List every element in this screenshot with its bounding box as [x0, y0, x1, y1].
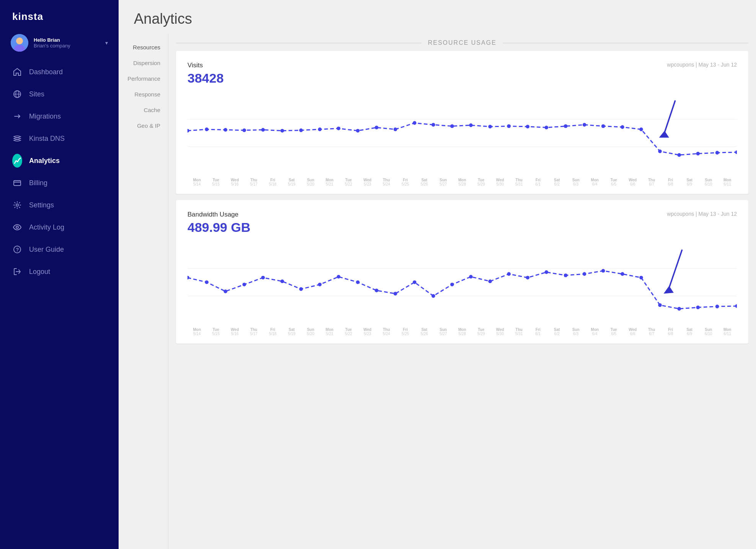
visits-chart-title: Visits	[187, 62, 203, 69]
svg-point-59	[394, 292, 398, 296]
bandwidth-chart-title: Bandwidth Usage	[187, 211, 238, 218]
svg-point-24	[375, 126, 378, 130]
sidebar-item-billing[interactable]: Billing	[0, 172, 119, 194]
svg-point-74	[677, 307, 681, 311]
resource-usage-title: RESOURCE USAGE	[428, 39, 496, 46]
svg-point-68	[564, 274, 568, 277]
sites-label: Sites	[29, 90, 44, 98]
svg-point-14	[187, 129, 189, 133]
x-label: Wed5/16	[225, 178, 244, 186]
svg-point-29	[469, 124, 473, 127]
sidebar-item-dashboard[interactable]: Dashboard	[0, 61, 119, 83]
activity-log-label: Activity Log	[29, 223, 64, 231]
globe-icon	[12, 89, 22, 99]
main-content: Analytics Resources Dispersion Performan…	[119, 0, 756, 549]
sidebar-item-sites[interactable]: Sites	[0, 83, 119, 105]
svg-point-15	[205, 127, 209, 131]
svg-point-51	[243, 283, 246, 287]
svg-point-33	[544, 126, 548, 130]
svg-point-25	[394, 127, 398, 131]
sidebar-item-analytics[interactable]: Analytics	[0, 150, 119, 172]
user-info: Hello Brian Brian's company	[34, 37, 100, 49]
visits-x-labels: Mon5/14Tue5/15Wed5/16Thu5/17Fri5/18Sat5/…	[187, 176, 737, 186]
svg-point-70	[601, 269, 605, 273]
sidebar-item-kinsta-dns[interactable]: Kinsta DNS	[0, 127, 119, 150]
svg-point-57	[356, 280, 360, 284]
sidebar-item-migrations[interactable]: Migrations	[0, 105, 119, 127]
x-label: Mon5/14	[187, 327, 207, 336]
svg-point-18	[261, 128, 265, 132]
svg-point-41	[696, 152, 700, 156]
svg-point-28	[450, 124, 454, 128]
header-line-left	[176, 43, 422, 43]
svg-line-44	[664, 101, 675, 135]
x-label: Thu5/24	[377, 327, 396, 336]
svg-point-54	[299, 287, 303, 291]
svg-point-69	[583, 272, 587, 276]
x-label: Thu5/31	[510, 178, 529, 186]
sub-nav-cache[interactable]: Cache	[119, 102, 168, 118]
bandwidth-x-labels: Mon5/14Tue5/15Wed5/16Thu5/17Fri5/18Sat5/…	[187, 325, 737, 336]
sidebar: kinsta Hello Brian Brian's company ▾ Das…	[0, 0, 119, 549]
sidebar-item-logout[interactable]: Logout	[0, 261, 119, 283]
svg-point-63	[469, 275, 473, 279]
x-label: Sat5/26	[415, 178, 434, 186]
user-section[interactable]: Hello Brian Brian's company ▾	[0, 30, 119, 61]
svg-point-32	[526, 125, 530, 129]
svg-point-34	[564, 124, 568, 128]
analytics-icon	[12, 156, 22, 166]
bandwidth-chart-header: Bandwidth Usage wpcoupons | May 13 - Jun…	[187, 211, 737, 218]
x-label: Fri6/8	[661, 178, 680, 186]
visits-chart-meta: wpcoupons | May 13 - Jun 12	[667, 62, 737, 68]
header-line-right	[503, 43, 748, 43]
x-label: Mon6/11	[718, 327, 737, 336]
svg-point-35	[583, 123, 587, 127]
svg-point-53	[280, 280, 284, 283]
svg-point-56	[337, 275, 341, 279]
sub-nav-resources[interactable]: Resources	[119, 39, 168, 55]
svg-point-76	[715, 305, 719, 309]
sidebar-item-settings[interactable]: Settings	[0, 194, 119, 216]
sub-nav-geo-ip[interactable]: Geo & IP	[119, 118, 168, 134]
billing-label: Billing	[29, 179, 47, 187]
svg-point-21	[318, 127, 322, 131]
svg-point-72	[639, 276, 643, 280]
x-label: Thu5/17	[244, 178, 264, 186]
x-label: Thu5/31	[510, 327, 529, 336]
x-label: Wed6/6	[623, 178, 642, 186]
svg-point-58	[375, 289, 378, 293]
sub-nav-performance[interactable]: Performance	[119, 71, 168, 86]
logo: kinsta	[0, 0, 119, 30]
x-label: Fri6/8	[661, 327, 680, 336]
svg-point-8	[16, 204, 18, 206]
avatar	[11, 34, 28, 52]
visits-chart-header: Visits wpcoupons | May 13 - Jun 12	[187, 62, 737, 69]
sub-nav: Resources Dispersion Performance Respons…	[119, 33, 168, 549]
chevron-down-icon[interactable]: ▾	[105, 40, 108, 46]
sidebar-item-activity-log[interactable]: Activity Log	[0, 216, 119, 238]
visits-chart-svg	[187, 92, 737, 174]
x-label: Fri6/1	[528, 178, 547, 186]
x-label: Fri5/18	[263, 178, 282, 186]
sidebar-item-user-guide[interactable]: ? User Guide	[0, 238, 119, 261]
x-label: Mon6/4	[585, 327, 604, 336]
svg-point-64	[488, 280, 492, 283]
x-label: Sun5/20	[301, 178, 320, 186]
x-label: Sat5/26	[415, 327, 434, 336]
svg-point-27	[432, 123, 435, 127]
sub-nav-response[interactable]: Response	[119, 86, 168, 102]
bandwidth-chart-svg-container	[187, 241, 737, 325]
sub-nav-dispersion[interactable]: Dispersion	[119, 55, 168, 71]
svg-point-36	[601, 124, 605, 128]
svg-point-38	[639, 127, 643, 131]
svg-point-75	[696, 306, 700, 310]
svg-point-65	[507, 272, 511, 276]
bandwidth-chart-meta: wpcoupons | May 13 - Jun 12	[667, 211, 737, 217]
svg-marker-45	[659, 131, 669, 138]
x-label: Wed5/16	[225, 327, 244, 336]
x-label: Mon5/28	[453, 327, 472, 336]
svg-point-20	[299, 129, 303, 132]
nav-items: Dashboard Sites Migrations	[0, 61, 119, 549]
visits-chart-value: 38428	[187, 71, 737, 86]
x-label: Sat6/2	[547, 178, 567, 186]
